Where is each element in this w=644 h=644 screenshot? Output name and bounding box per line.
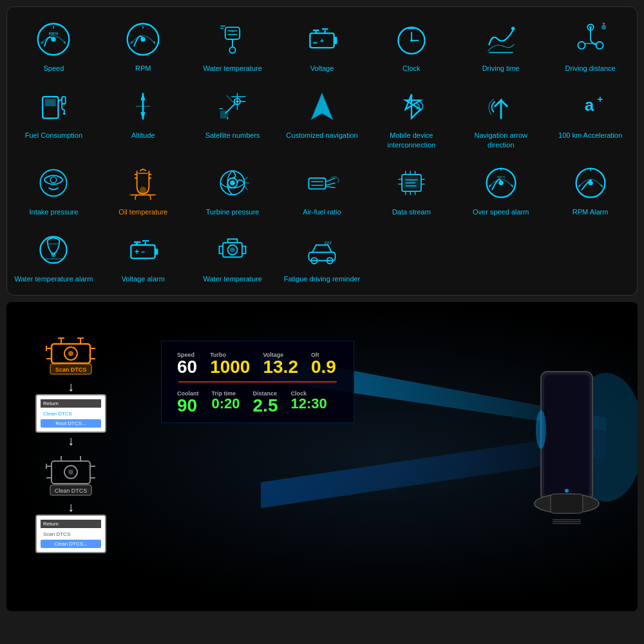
feature-data-stream-label: Data stream (392, 207, 431, 216)
feature-rpm[interactable]: RPM (100, 14, 187, 78)
svg-point-123 (68, 351, 73, 356)
fatigue-icon: zzz (301, 229, 343, 270)
svg-marker-44 (141, 93, 146, 100)
feature-oil-temp-label: Oil temperature (118, 207, 167, 216)
svg-marker-45 (141, 113, 146, 120)
feature-intake[interactable]: Intake pressure (10, 157, 97, 222)
arrow-2: ↓ (68, 434, 74, 447)
svg-point-157 (536, 410, 546, 449)
driving-distance-icon: 📍 (570, 19, 611, 60)
feature-clock[interactable]: Clock (368, 14, 455, 78)
svg-rect-71 (308, 178, 325, 189)
feature-rpm-label: RPM (135, 64, 151, 73)
screen1-btn[interactable]: Root DTCS... (41, 419, 101, 428)
satellite-icon (212, 86, 253, 127)
feature-water-temp-alarm-label: Water temperature alarm (14, 274, 93, 283)
arrow-3: ↓ (68, 500, 74, 513)
feature-rpm-alarm[interactable]: RPM Alarm (547, 157, 634, 222)
screen2-text: Scan DTCS (41, 531, 101, 538)
altitude-icon (122, 86, 164, 127)
svg-point-104 (52, 252, 56, 257)
rpm-alarm-icon (570, 162, 611, 204)
feature-nav-arrow-label: Navigation arrow direction (460, 131, 542, 149)
feature-customized-nav-label: Customized navigation (286, 131, 357, 140)
hud-row-2: Coolant 90 Trip time 0:20 Distance 2.5 C… (169, 385, 346, 417)
hud-speed-value: 60 (177, 358, 197, 376)
nav-icon (301, 86, 343, 127)
svg-point-29 (410, 39, 413, 42)
svg-point-13 (229, 47, 235, 53)
feature-nav-arrow[interactable]: Navigation arrow direction (457, 80, 544, 155)
feature-satellite-label: Satellite numbers (205, 131, 260, 140)
svg-text:≈: ≈ (231, 29, 234, 33)
feature-turbine[interactable]: Turbine pressure (189, 157, 276, 222)
feature-mobile-label: Mobile device interconnection (370, 131, 452, 149)
feature-customized-nav[interactable]: Customized navigation (279, 80, 366, 155)
feature-satellite[interactable]: Satellite numbers (189, 80, 276, 155)
screen2-btn[interactable]: Clean DTCS... (41, 540, 101, 548)
screen2-header: Return (41, 520, 101, 528)
svg-rect-48 (220, 111, 227, 118)
svg-rect-18 (334, 37, 337, 44)
svg-text:a: a (584, 96, 594, 115)
svg-point-35 (589, 26, 592, 28)
feature-mobile[interactable]: Mobile device interconnection (368, 80, 455, 155)
driving-time-icon (480, 19, 522, 60)
feature-fuel-label: Fuel Consumption (25, 131, 82, 140)
clock-icon (391, 19, 432, 60)
fuel-icon (33, 86, 74, 127)
feature-water-temp[interactable]: ≈ Water temperature (189, 14, 276, 78)
feature-acceleration[interactable]: a + 100 km Acceleration (547, 80, 634, 155)
feature-water-temp2[interactable]: Water temperature (189, 224, 276, 289)
svg-rect-153 (551, 494, 583, 513)
hud-clock: Clock 12:30 (290, 390, 327, 415)
overspeed-icon: KM H (480, 162, 522, 204)
features-grid: KM H Speed (10, 14, 634, 289)
feature-driving-distance-label: Driving distance (565, 64, 615, 73)
feature-air-fuel[interactable]: Air-fuel ratio (279, 157, 366, 222)
svg-text:+: + (320, 37, 325, 44)
svg-text:zzz: zzz (325, 240, 332, 245)
hud-display: Speed 60 Turbo 1000 Voltage 13.2 Olt 0.9 (161, 341, 354, 423)
feature-speed-label: Speed (44, 64, 64, 73)
feature-altitude[interactable]: Altitude (100, 80, 187, 155)
air-fuel-icon (301, 162, 343, 204)
svg-line-73 (326, 183, 336, 185)
water-temp-alarm-icon (33, 229, 74, 270)
feature-driving-distance[interactable]: 📍 Driving distance (547, 14, 634, 78)
feature-fuel[interactable]: Fuel Consumption (10, 80, 97, 155)
svg-rect-117 (308, 252, 335, 261)
feature-fatigue[interactable]: zzz Fatigue driving reminder (279, 224, 366, 289)
feature-water-temp2-label: Water temperature (203, 274, 261, 283)
dtc-screen-1: Return Clean DTCS Root DTCS... (35, 394, 106, 433)
svg-line-72 (326, 178, 336, 182)
feature-voltage-alarm-label: Voltage alarm (122, 274, 165, 283)
acceleration-icon: a + (570, 86, 611, 127)
svg-text:Clean DTCS: Clean DTCS (55, 488, 88, 494)
dtc-top-engine: Scan DTCS (39, 328, 103, 379)
feature-clock-label: Clock (402, 64, 421, 73)
feature-speed[interactable]: KM H Speed (10, 14, 97, 78)
feature-overspeed[interactable]: KM H Over speed alarm (457, 157, 544, 222)
feature-water-temp-alarm[interactable]: Water temperature alarm (10, 224, 97, 289)
feature-intake-label: Intake pressure (30, 207, 79, 216)
empty-slot-1 (368, 224, 455, 289)
hud-speed: Speed 60 (177, 352, 197, 376)
oil-temp-icon (122, 162, 164, 204)
screen1-header: Return (41, 399, 101, 408)
feature-driving-time[interactable]: Driving time (457, 14, 544, 78)
svg-point-116 (230, 247, 234, 252)
feature-fatigue-label: Fatigue driving reminder (284, 274, 361, 283)
feature-air-fuel-label: Air-fuel ratio (303, 207, 341, 216)
hud-turbo-value: 1000 (210, 358, 250, 376)
svg-point-67 (140, 187, 146, 193)
feature-data-stream[interactable]: Data stream (368, 157, 455, 222)
dtc-screen-2: Return Scan DTCS Clean DTCS... (35, 515, 106, 553)
feature-oil-temp[interactable]: Oil temperature (100, 157, 187, 222)
feature-voltage-alarm[interactable]: − + Voltage alarm (100, 224, 187, 289)
intake-icon (33, 162, 74, 204)
voltage-icon: + (301, 19, 343, 60)
svg-point-158 (565, 489, 569, 493)
hud-coolant: Coolant 90 (177, 390, 199, 415)
feature-voltage[interactable]: + Voltage (279, 14, 366, 78)
